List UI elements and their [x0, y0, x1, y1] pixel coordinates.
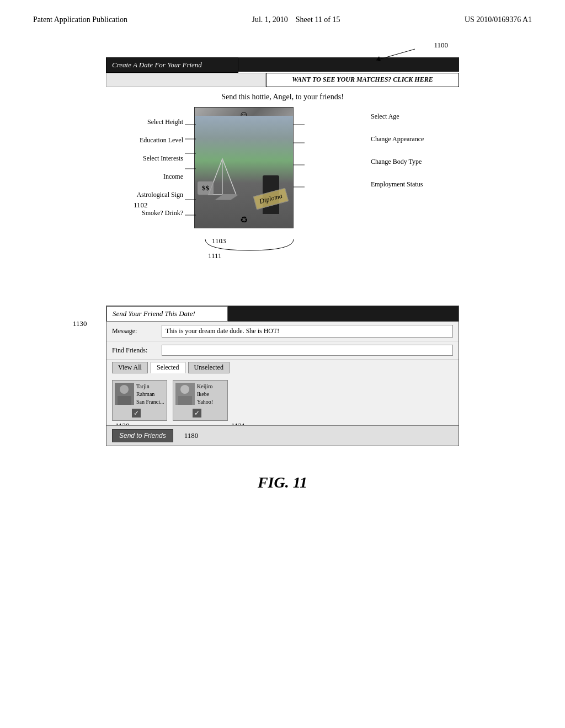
friend-name-2: Keijiro Ikebe — [197, 383, 225, 398]
tab-selected[interactable]: Selected — [151, 362, 185, 373]
profile-image: ☺ $$ Diploma ♻ — [194, 107, 294, 228]
message-label: Message: — [112, 327, 162, 335]
friend-card-1[interactable]: Tarjin Rahman San Franci... ✓ 1120 — [112, 380, 167, 421]
tab-unselected[interactable]: Unselected — [188, 362, 230, 373]
friend-location-2: Yahoo! — [197, 398, 225, 406]
arrow-1100 — [360, 46, 426, 65]
find-friends-label: Find Friends: — [112, 346, 162, 355]
friend-avatar-img-1 — [115, 383, 134, 405]
friend-info-1: Tarjin Rahman San Franci... — [136, 383, 164, 406]
curly-brace — [194, 237, 305, 264]
friend-check-1[interactable]: ✓ — [132, 409, 141, 417]
svg-marker-4 — [214, 195, 239, 200]
header-center: Jul. 1, 2010 Sheet 11 of 15 — [252, 15, 340, 24]
label-1102: 1102 — [134, 201, 148, 210]
svg-point-19 — [180, 385, 189, 394]
send-button[interactable]: Send to Friends — [112, 429, 173, 442]
employment-status-label[interactable]: Employment Status — [371, 180, 443, 189]
label-1180: 1180 — [184, 431, 199, 440]
figure-label: FIG. 11 — [258, 474, 307, 491]
message-row: Message: This is your dream date dude. S… — [106, 322, 459, 341]
tab-view-all[interactable]: View All — [112, 362, 148, 373]
select-age-label[interactable]: Select Age — [371, 113, 443, 121]
friend-card-2[interactable]: Keijiro Ikebe Yahoo! ✓ 1121 — [173, 380, 228, 421]
svg-line-0 — [376, 49, 415, 60]
dollar-overlay: $$ — [198, 181, 214, 195]
want-to-see-bar[interactable]: WANT TO SEE YOUR MATCHES? CLICK HERE — [266, 73, 459, 87]
friend-location-1: San Franci... — [136, 398, 164, 406]
friend-info-2: Keijiro Ikebe Yahoo! — [197, 383, 225, 406]
recycle-icon: ♻ — [240, 215, 248, 225]
select-height-label[interactable]: Select Height — [106, 118, 183, 126]
select-interests-label[interactable]: Select Interests — [106, 154, 183, 163]
create-date-bar: Create A Date For Your Friend — [106, 57, 238, 73]
friends-grid: Tarjin Rahman San Franci... ✓ 1120 — [106, 376, 459, 425]
svg-marker-1 — [376, 56, 381, 61]
svg-point-16 — [120, 385, 129, 394]
change-appearance-label[interactable]: Change Appearance — [371, 135, 443, 143]
friend-avatar-img-2 — [175, 383, 195, 405]
message-input[interactable]: This is your dream date dude. She is HOT… — [162, 325, 453, 338]
header-right: US 2010/0169376 A1 — [465, 15, 532, 24]
svg-rect-17 — [118, 396, 131, 405]
change-body-type-label[interactable]: Change Body Type — [371, 158, 443, 166]
friend-name-1: Tarjin Rahman — [136, 383, 164, 398]
find-friends-row: Find Friends: — [106, 341, 459, 360]
find-friends-input[interactable] — [162, 345, 453, 356]
income-label[interactable]: Income — [106, 173, 183, 181]
send-hottie-text: Send this hottie, Angel, to your friends… — [106, 93, 459, 101]
header-left: Patent Application Publication — [33, 15, 127, 24]
friend-avatar-2 — [175, 383, 195, 405]
tabs-row: View All Selected Unselected — [106, 360, 459, 376]
send-friend-bar: Send Your Friend This Date! — [106, 306, 228, 322]
send-friend-widget: 1130 Send Your Friend This Date! Message… — [106, 289, 459, 446]
label-1130: 1130 — [73, 319, 87, 328]
friend-check-2[interactable]: ✓ — [193, 409, 201, 417]
label-1100: 1100 — [434, 41, 448, 50]
patent-header: Patent Application Publication Jul. 1, 2… — [0, 0, 565, 30]
astrological-sign-label[interactable]: Astrological Sign — [106, 191, 183, 199]
main-content: 1100 Create A Date For Your Friend WANT … — [0, 30, 565, 502]
right-labels-container: Select Age Change Appearance Change Body… — [371, 113, 443, 189]
svg-rect-20 — [178, 396, 192, 405]
education-level-label[interactable]: Education Level — [106, 136, 183, 144]
smoke-drink-label[interactable]: Smoke? Drink? — [106, 209, 183, 217]
send-button-row: Send to Friends 1180 — [106, 425, 459, 446]
friend-avatar-1 — [115, 383, 134, 405]
